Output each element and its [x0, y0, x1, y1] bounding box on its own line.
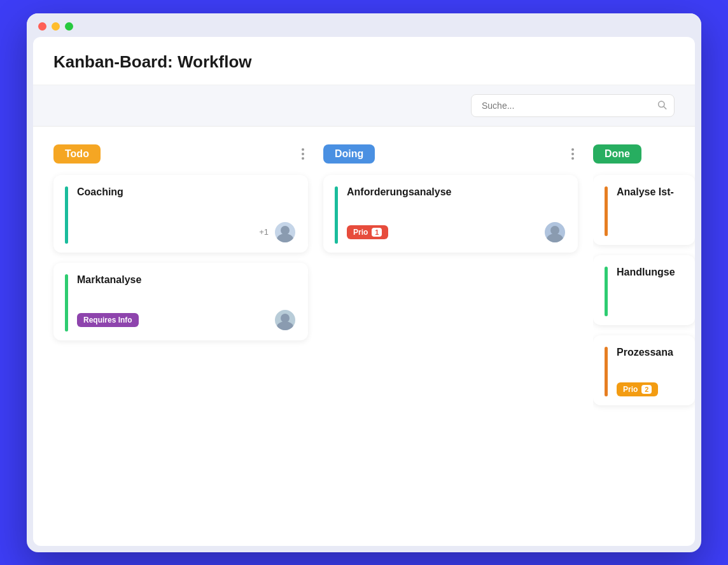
card-body-prozess: Prozessana Prio 2: [617, 347, 683, 396]
column-header-doing: Doing: [323, 144, 578, 164]
card-marktanalyse[interactable]: Marktanalyse Requires Info: [53, 263, 308, 340]
card-title-prozess: Prozessana: [617, 347, 683, 358]
column-done: Done Analyse Ist- Handlungse: [593, 144, 695, 415]
column-menu-todo[interactable]: [298, 146, 308, 162]
card-body-handlung: Handlungse: [617, 267, 683, 316]
card-body-coaching: Coaching +1: [77, 186, 297, 244]
card-title-anf: Anforderungsanalyse: [347, 186, 566, 198]
card-title-coaching: Coaching: [77, 186, 297, 198]
card-analyse-ist[interactable]: Analyse Ist-: [593, 175, 695, 245]
svg-line-1: [664, 106, 666, 109]
badge-prio-2: Prio 2: [617, 382, 658, 396]
browser-content: Kanban-Board: Workflow Todo: [33, 37, 695, 546]
column-header-todo: Todo: [53, 144, 308, 164]
card-title-marktanalyse: Marktanalyse: [77, 274, 297, 286]
column-label-todo: Todo: [53, 144, 101, 164]
maximize-dot[interactable]: [65, 22, 73, 31]
search-wrapper: [471, 94, 675, 117]
avatar-count-coaching: +1: [259, 227, 269, 237]
badge-prio-count: 1: [372, 228, 382, 237]
card-accent-marktanalyse: [65, 274, 68, 331]
badge-prio-text: Prio: [353, 228, 368, 237]
search-bar-area: [33, 85, 695, 127]
close-dot[interactable]: [38, 22, 46, 31]
avatar-group-coaching: +1: [259, 221, 297, 244]
badge-prio-2-count: 2: [641, 385, 652, 394]
column-label-done: Done: [593, 144, 641, 164]
card-footer-anf: Prio 1: [347, 221, 566, 244]
card-accent-prozess: [605, 347, 608, 396]
search-icon: [657, 99, 667, 111]
card-body-anf: Anforderungsanalyse Prio 1: [347, 186, 566, 244]
card-footer-prozess: Prio 2: [617, 382, 683, 396]
column-header-done: Done: [593, 144, 695, 164]
card-accent-anf: [335, 186, 338, 244]
card-coaching[interactable]: Coaching +1: [53, 175, 308, 253]
browser-chrome: [27, 13, 701, 37]
badge-requires-info: Requires Info: [77, 313, 139, 327]
search-input[interactable]: [471, 94, 675, 117]
badge-prio-2-text: Prio: [623, 385, 638, 394]
card-accent-analyse: [605, 186, 608, 236]
card-accent-coaching: [65, 186, 68, 244]
card-footer-coaching: +1: [77, 221, 297, 244]
card-prozess[interactable]: Prozessana Prio 2: [593, 335, 695, 405]
minimize-dot[interactable]: [52, 22, 60, 31]
card-body-analyse: Analyse Ist-: [617, 186, 683, 236]
avatar-coaching: [274, 221, 297, 244]
column-doing: Doing Anforderungsanalyse Prio: [323, 144, 578, 415]
column-menu-doing[interactable]: [568, 146, 578, 162]
page-header: Kanban-Board: Workflow: [33, 37, 695, 85]
browser-window: Kanban-Board: Workflow Todo: [27, 13, 701, 552]
board-area: Todo Coaching +1: [33, 127, 695, 433]
card-footer-marktanalyse: Requires Info: [77, 309, 297, 331]
card-title-analyse: Analyse Ist-: [617, 186, 683, 198]
card-body-marktanalyse: Marktanalyse Requires Info: [77, 274, 297, 331]
card-handlung[interactable]: Handlungse: [593, 255, 695, 325]
page-title: Kanban-Board: Workflow: [53, 52, 675, 72]
badge-prio-1: Prio 1: [347, 225, 388, 239]
avatar-anf: [543, 221, 566, 244]
avatar-marktanalyse: [274, 309, 297, 331]
card-accent-handlung: [605, 267, 608, 316]
card-title-handlung: Handlungse: [617, 267, 683, 278]
column-todo: Todo Coaching +1: [53, 144, 308, 415]
card-anforderungsanalyse[interactable]: Anforderungsanalyse Prio 1: [323, 175, 578, 253]
column-label-doing: Doing: [323, 144, 375, 164]
